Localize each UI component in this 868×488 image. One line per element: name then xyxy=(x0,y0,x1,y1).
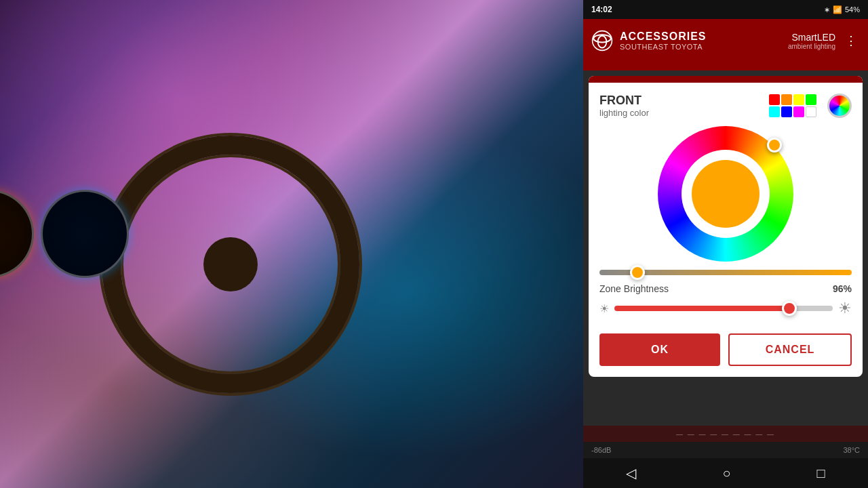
gauge-cluster xyxy=(0,190,149,325)
dialog-buttons: OK CANCEL xyxy=(589,328,863,377)
status-bar: 14:02 ∗ 📶 54% xyxy=(583,0,868,19)
zone-brightness-value: 96% xyxy=(833,283,852,294)
front-title-block: FRONT lighting color xyxy=(599,94,649,118)
color-wheel-ring[interactable] xyxy=(658,126,793,262)
status-icons: ∗ 📶 54% xyxy=(824,5,860,14)
color-wheel-handle[interactable] xyxy=(767,138,782,152)
main-content: FRONT lighting color xyxy=(583,70,868,426)
brand-name: SmartLED xyxy=(788,32,835,43)
header-text: ACCESSORIES SOUTHEAST TOYOTA xyxy=(620,30,781,51)
color-wheel[interactable] xyxy=(658,126,793,262)
front-title: FRONT xyxy=(599,94,649,108)
color-wheel-icon[interactable] xyxy=(827,94,852,118)
dialog-content: FRONT lighting color xyxy=(589,83,863,328)
home-button[interactable]: ○ xyxy=(722,466,730,481)
status-time: 14:02 xyxy=(591,5,612,14)
color-wheel-inner xyxy=(682,150,770,238)
color-controls xyxy=(769,94,852,118)
db-value: -86dB xyxy=(591,446,611,454)
recent-button[interactable]: □ xyxy=(816,466,825,481)
sun-large-icon: ☀ xyxy=(838,300,852,317)
red-banner xyxy=(583,62,868,70)
battery-icon: 54% xyxy=(845,5,860,14)
toyota-logo xyxy=(591,30,613,52)
preset-yellow[interactable] xyxy=(793,94,804,105)
app-title: ACCESSORIES xyxy=(620,30,781,43)
preset-white[interactable] xyxy=(806,106,816,117)
preset-orange[interactable] xyxy=(781,94,792,105)
brand-subtitle: ambient lighting xyxy=(788,43,835,50)
app-header: ACCESSORIES SOUTHEAST TOYOTA SmartLED am… xyxy=(583,19,868,62)
cancel-button[interactable]: CANCEL xyxy=(728,333,852,366)
color-picker-dialog: FRONT lighting color xyxy=(589,76,863,377)
wifi-icon: 📶 xyxy=(833,5,842,14)
tachometer xyxy=(41,190,129,278)
sun-small-icon: ☀ xyxy=(599,302,609,315)
selected-color-circle xyxy=(692,160,760,228)
phone-panel: 14:02 ∗ 📶 54% ACCESSORIES SOUTHEAST TOYO… xyxy=(583,0,868,488)
saturation-track[interactable] xyxy=(599,270,852,275)
preset-cyan[interactable] xyxy=(769,106,780,117)
preset-green[interactable] xyxy=(806,94,816,105)
front-subtitle: lighting color xyxy=(599,108,649,118)
zone-brightness-label: Zone Brightness xyxy=(599,283,669,294)
zone-brightness-section: Zone Brightness 96% ☀ ☀ xyxy=(599,283,852,317)
car-background xyxy=(0,0,583,488)
menu-icon[interactable]: ⋮ xyxy=(842,30,860,51)
preset-magenta[interactable] xyxy=(793,106,804,117)
zone-brightness-header: Zone Brightness 96% xyxy=(599,283,852,294)
blurred-text: — — — — — — — — — xyxy=(676,430,775,438)
temp-value: 38°C xyxy=(843,446,860,454)
preset-red[interactable] xyxy=(769,94,780,105)
android-nav-bar: ◁ ○ □ xyxy=(583,458,868,488)
preset-blue[interactable] xyxy=(781,106,792,117)
brightness-track[interactable] xyxy=(614,306,833,311)
ok-button[interactable]: OK xyxy=(599,333,720,366)
brightness-thumb[interactable] xyxy=(782,301,797,316)
speedometer xyxy=(0,190,34,278)
brightness-slider-row: ☀ ☀ xyxy=(599,300,852,317)
brand-logo: SmartLED ambient lighting xyxy=(788,32,835,50)
front-header: FRONT lighting color xyxy=(599,94,852,118)
saturation-slider-container[interactable] xyxy=(599,270,852,275)
app-subtitle: SOUTHEAST TOYOTA xyxy=(620,43,781,51)
blurred-section: — — — — — — — — — xyxy=(583,426,868,442)
back-button[interactable]: ◁ xyxy=(626,465,636,481)
bluetooth-icon: ∗ xyxy=(824,5,830,14)
saturation-thumb[interactable] xyxy=(630,265,645,280)
dialog-red-bar xyxy=(589,76,863,83)
color-presets-grid[interactable] xyxy=(769,94,816,117)
bottom-info-bar: -86dB 38°C xyxy=(583,442,868,458)
color-wheel-container[interactable] xyxy=(599,126,852,262)
